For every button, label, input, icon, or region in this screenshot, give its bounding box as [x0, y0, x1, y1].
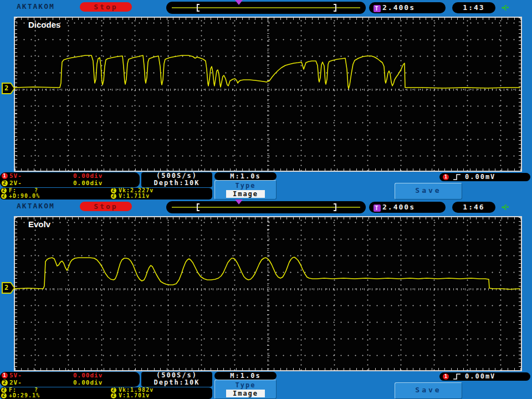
topbar: AKTAKOM Stop T2.400s 1:46: [0, 200, 532, 216]
ch2-position-readout: 0.00div: [73, 180, 103, 187]
record-bar: [166, 2, 366, 14]
trigger-position-marker: [235, 200, 243, 204]
channel2-marker[interactable]: 2: [2, 83, 15, 94]
channel2-marker-label: 2: [4, 284, 8, 291]
timebase-readout: M:1.0s: [214, 172, 277, 180]
record-bar: [166, 201, 366, 213]
brand-label: AKTAKOM: [17, 2, 55, 11]
duty-readout: +D:29.1%: [9, 393, 40, 398]
memory-depth-readout: Depth:10K: [141, 180, 212, 187]
channel2-marker[interactable]: 2: [2, 282, 15, 294]
type-button[interactable]: Type Image: [214, 180, 277, 200]
ch2-badge: 2: [2, 180, 8, 186]
usb-icon: [501, 203, 511, 212]
clock-pill: 1:43: [452, 2, 495, 13]
brand-label: AKTAKOM: [17, 202, 55, 210]
ch1-badge: 1: [2, 173, 8, 179]
trigger-t-icon: T: [374, 5, 381, 12]
clock-pill: 1:46: [452, 202, 495, 213]
ch2-scale-readout: 2V-: [9, 379, 22, 386]
trigger-channel-badge: 1: [443, 374, 449, 380]
ch2-badge: 2: [2, 380, 8, 386]
trigger-channel-badge: 1: [443, 174, 449, 180]
type-button-label: Type: [215, 182, 276, 190]
record-window-start-cursor: [197, 4, 198, 12]
meas-v-badge: 2: [111, 193, 116, 199]
meas-duty-badge: 2: [1, 393, 7, 398]
trigger-level-pill: 1 0.00mV: [439, 372, 530, 381]
type-button-value: Image: [226, 190, 265, 198]
topbar: AKTAKOM Stop T2.400s 1:43: [0, 0, 532, 17]
ch1-position-readout: 0.00div: [73, 172, 103, 180]
save-button[interactable]: Save: [395, 183, 462, 200]
channel-readout-panel: 1 5V- 0.00div 2 2V- 0.00div: [0, 172, 140, 187]
trigger-t-icon: T: [374, 204, 381, 212]
ch2-scale-readout: 2V-: [9, 180, 22, 187]
ch1-badge: 1: [2, 372, 8, 378]
memory-depth-readout: Depth:10K: [141, 379, 212, 386]
trigger-position-marker: [235, 0, 243, 5]
meas-v-badge: 2: [111, 393, 116, 398]
waveform-display: Evolv 2: [14, 216, 522, 371]
record-window-start-cursor: [197, 203, 198, 211]
annotation-label: Dicodes: [28, 20, 60, 29]
waveform-trace: [14, 216, 522, 371]
trigger-level-readout: 0.00mV: [465, 373, 495, 380]
channel-readout-panel: 1 5V- 0.00div 2 2V- 0.00div: [0, 372, 140, 387]
meas-freq-badge: 2: [1, 387, 7, 393]
oscilloscope-screen-evolv: AKTAKOM Stop T2.400s 1:46 Evolv: [0, 200, 532, 399]
record-window-end-cursor: [335, 4, 336, 12]
timebase-readout: M:1.0s: [214, 372, 277, 380]
record-line: [172, 7, 360, 8]
waveform-trace: [14, 17, 522, 172]
usb-icon: [501, 3, 511, 12]
meas-freq-badge: 2: [1, 188, 7, 193]
meas-vk-badge: 2: [111, 188, 116, 193]
type-button-value: Image: [226, 390, 265, 397]
trigger-level-readout: 0.00mV: [465, 173, 495, 181]
ch1-scale-readout: 5V-: [9, 372, 22, 379]
type-button[interactable]: Type Image: [214, 380, 277, 399]
duty-readout: +D:90.0%: [9, 193, 40, 199]
channel2-marker-label: 2: [4, 85, 8, 92]
status-bar: 1 5V- 0.00div 2 2V- 0.00div (500S/s) Dep…: [0, 371, 532, 399]
meas-duty-badge: 2: [1, 193, 7, 199]
v-readout: V:1.701v: [119, 393, 150, 398]
trigger-level-pill: 1 0.00mV: [439, 173, 530, 181]
measurement-panel: 2 F: ? 2 Vk:2.227v 2 +D:90.0% 2 V:1.711v: [0, 188, 212, 200]
rising-edge-icon: [453, 373, 462, 380]
trigger-time-pill: T2.400s: [369, 2, 446, 13]
meas-vk-badge: 2: [111, 387, 116, 393]
record-window-end-cursor: [335, 203, 336, 211]
acquisition-panel: (500S/s) Depth:10K: [141, 372, 212, 387]
type-button-label: Type: [215, 381, 276, 389]
run-state-pill: Stop: [80, 202, 132, 211]
rising-edge-icon: [453, 173, 462, 181]
ch1-position-readout: 0.00div: [73, 372, 103, 379]
annotation-label: Evolv: [28, 219, 50, 229]
v-readout: V:1.711v: [119, 193, 150, 199]
oscilloscope-screen-dicodes: AKTAKOM Stop T2.400s 1:43 Dicodes: [0, 0, 532, 200]
run-state-pill: Stop: [80, 2, 132, 12]
status-bar: 1 5V- 0.00div 2 2V- 0.00div (500S/s) Dep…: [0, 172, 532, 200]
trigger-time-value: 2.400s: [382, 3, 415, 12]
ch1-scale-readout: 5V-: [9, 172, 22, 180]
acquisition-panel: (500S/s) Depth:10K: [141, 172, 212, 187]
measurement-panel: 2 F: ? 2 Vk:1.982v 2 +D:29.1% 2 V:1.701v: [0, 387, 212, 399]
waveform-display: Dicodes 2: [14, 17, 522, 172]
save-button[interactable]: Save: [395, 382, 462, 399]
record-line: [172, 207, 360, 208]
trigger-time-value: 2.400s: [382, 203, 415, 211]
trigger-time-pill: T2.400s: [369, 202, 446, 213]
ch2-position-readout: 0.00div: [73, 379, 103, 386]
